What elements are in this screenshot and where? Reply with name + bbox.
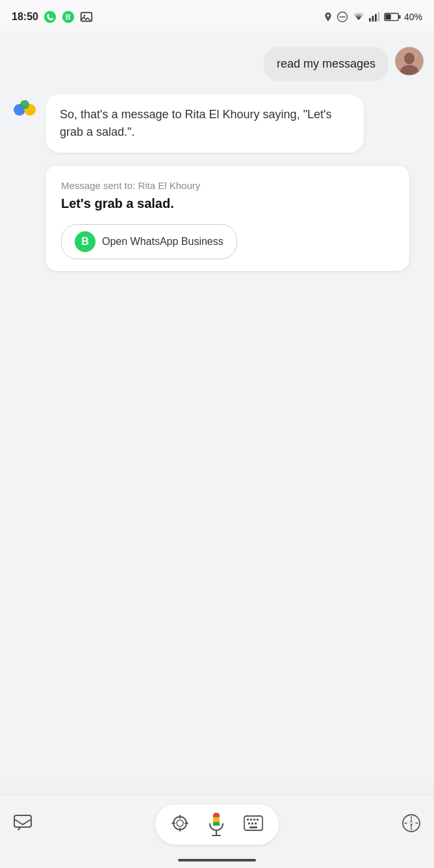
battery-percent: 40% [404, 12, 422, 22]
message-card: Message sent to: Rita El Khoury Let's gr… [45, 166, 409, 271]
svg-point-15 [404, 53, 415, 64]
svg-rect-29 [213, 813, 220, 817]
svg-marker-45 [410, 823, 413, 828]
lens-icon[interactable] [171, 814, 189, 835]
whatsapp-status-icon [44, 10, 57, 23]
image-status-icon [80, 10, 93, 23]
wifi-icon [351, 12, 366, 22]
svg-text:B: B [66, 13, 71, 21]
location-icon [323, 10, 333, 23]
user-message-row: read my messages [10, 47, 424, 81]
svg-rect-8 [372, 16, 374, 21]
whatsapp-business-status-icon: B [62, 10, 75, 23]
svg-rect-30 [213, 817, 220, 822]
signal-icon [369, 12, 381, 22]
svg-rect-13 [399, 15, 400, 19]
svg-rect-39 [248, 823, 250, 824]
chat-area: read my messages So, that's a message to… [0, 31, 434, 784]
assistant-bubble: So, that's a message to Rita El Khoury s… [45, 94, 364, 153]
google-assistant-logo [10, 96, 39, 124]
battery-icon [384, 12, 401, 21]
user-avatar-svg [395, 47, 424, 75]
status-bar: 18:50 B [0, 0, 434, 31]
home-indicator [178, 859, 256, 862]
feedback-icon[interactable] [13, 814, 32, 835]
svg-rect-9 [375, 14, 377, 22]
message-card-recipient: Message sent to: Rita El Khoury [61, 180, 394, 191]
user-bubble: read my messages [264, 47, 389, 81]
user-avatar [395, 47, 424, 75]
svg-point-23 [177, 820, 183, 826]
compass-icon[interactable] [402, 813, 421, 836]
bottom-bar [0, 795, 434, 868]
svg-point-0 [44, 11, 56, 23]
svg-rect-35 [247, 819, 249, 821]
dnd-icon [337, 11, 348, 23]
svg-marker-44 [410, 819, 413, 823]
svg-rect-12 [385, 14, 390, 19]
keyboard-icon[interactable] [244, 815, 263, 834]
svg-rect-7 [369, 18, 371, 21]
bottom-capsule [155, 804, 279, 845]
svg-rect-36 [250, 819, 252, 821]
svg-point-4 [84, 15, 86, 17]
svg-rect-40 [251, 823, 253, 824]
svg-rect-42 [249, 826, 257, 828]
svg-rect-38 [257, 819, 259, 821]
svg-rect-10 [377, 12, 379, 21]
svg-rect-41 [255, 823, 257, 824]
message-card-body: Let's grab a salad. [61, 196, 394, 211]
open-whatsapp-button[interactable]: B Open WhatsApp Business [61, 224, 237, 259]
mic-icon[interactable] [207, 812, 225, 837]
svg-rect-31 [213, 822, 220, 826]
status-time: 18:50 [12, 11, 38, 23]
svg-point-20 [20, 100, 29, 109]
assistant-row: So, that's a message to Rita El Khoury s… [10, 94, 424, 153]
whatsapp-b-icon: B [75, 231, 96, 252]
svg-rect-37 [253, 819, 255, 821]
open-whatsapp-label: Open WhatsApp Business [102, 236, 223, 248]
